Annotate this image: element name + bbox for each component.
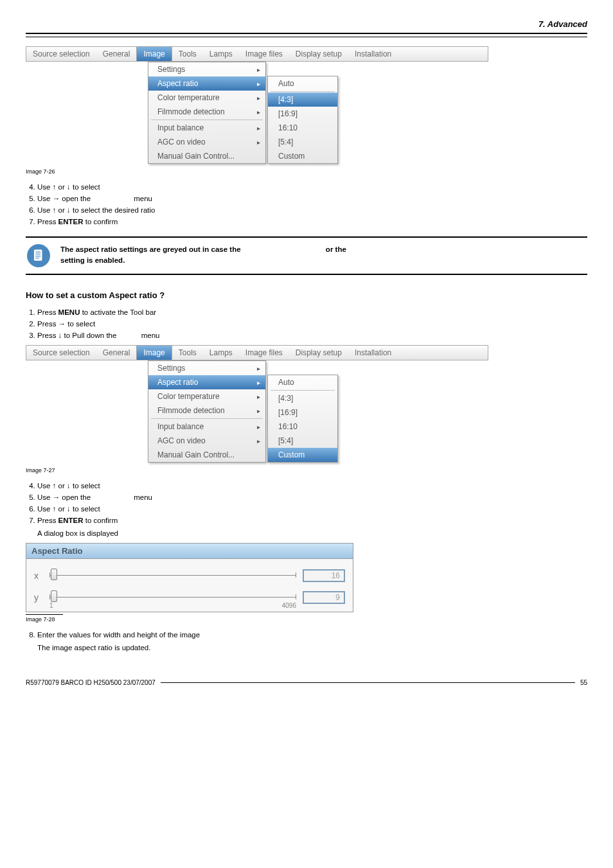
submenu-inputbalance[interactable]: Input balance▸	[148, 121, 265, 135]
submenu-colortemp[interactable]: Color temperature▸	[148, 91, 265, 105]
submenu-agc[interactable]: AGC on video▸	[148, 434, 265, 448]
ratio-4-3[interactable]: [4:3]	[268, 93, 337, 107]
chevron-right-icon: ▸	[257, 393, 260, 400]
ratio-label: [16:9]	[278, 109, 298, 118]
menu-lamps[interactable]: Lamps	[203, 49, 239, 58]
submenu-manualgain[interactable]: Manual Gain Control...	[148, 149, 265, 163]
y-max: 4096	[282, 602, 296, 609]
ratio-custom[interactable]: Custom	[268, 149, 337, 163]
submenu-label: Filmmode detection	[157, 406, 225, 415]
y-label: y	[34, 592, 43, 603]
menu-lamps[interactable]: Lamps	[203, 348, 239, 357]
menu-imagefiles[interactable]: Image files	[239, 49, 289, 58]
menu-display[interactable]: Display setup	[289, 49, 348, 58]
ratio-label: Auto	[278, 378, 294, 387]
menu-bar: Source selection General Image Tools Lam…	[26, 46, 488, 62]
submenu-filmmode[interactable]: Filmmode detection▸	[148, 403, 265, 418]
step-4: Use ↑ or ↓ to select Aspect ratio	[37, 181, 587, 193]
step-6: Use ↑ or ↓ to select the desired ratio	[37, 204, 587, 216]
x-value[interactable]: 16	[303, 569, 345, 582]
step-1: Press MENU to activate the Tool bar	[37, 306, 587, 318]
chevron-right-icon: ▸	[257, 139, 260, 146]
submenu-label: Aspect ratio	[157, 378, 198, 387]
submenu-label: Manual Gain Control...	[157, 450, 235, 459]
ratio-label: 16:10	[278, 422, 298, 431]
menu-source[interactable]: Source selection	[26, 348, 96, 357]
step-7: Press ENTER to confirm A dialog box is d…	[37, 515, 587, 539]
ratio-custom[interactable]: Custom	[268, 448, 337, 462]
svg-rect-4	[35, 258, 39, 258]
instruction-steps: Use ↑ or ↓ to select Aspect ratio Use → …	[28, 181, 587, 227]
ratio-16-9[interactable]: [16:9]	[268, 405, 337, 420]
chevron-right-icon: ▸	[257, 125, 260, 132]
ratio-16-10[interactable]: 16:10	[268, 420, 337, 434]
x-slider[interactable]	[49, 572, 296, 579]
menu-image[interactable]: Image	[136, 47, 172, 61]
menu-display[interactable]: Display setup	[289, 348, 348, 357]
svg-rect-1	[35, 252, 40, 252]
chevron-right-icon: ▸	[257, 423, 260, 430]
image-caption: Image 7-27	[26, 467, 587, 474]
divider	[26, 33, 587, 34]
menu-installation[interactable]: Installation	[348, 348, 398, 357]
ratio-label: Auto	[278, 79, 294, 88]
ratio-auto[interactable]: Auto	[268, 76, 337, 91]
submenu-settings[interactable]: Settings▸	[148, 62, 265, 76]
ratio-auto[interactable]: Auto	[268, 375, 337, 389]
instruction-steps: Use ↑ or ↓ to select Aspect ratio Use → …	[28, 480, 587, 539]
aspect-ratio-dialog: Aspect Ratio x 16 y 1 4096 9	[26, 543, 353, 612]
y-value[interactable]: 9	[303, 591, 345, 604]
x-label: x	[34, 571, 43, 581]
menu-imagefiles[interactable]: Image files	[239, 348, 289, 357]
chevron-right-icon: ▸	[257, 438, 260, 445]
step-3: Press ↓ to Pull down the Image menu	[37, 330, 587, 341]
footer-text: R59770079 BARCO ID H250/500 23/07/2007	[26, 679, 155, 686]
submenu-settings[interactable]: Settings▸	[148, 361, 265, 375]
instruction-steps: Enter the values for width and height of…	[28, 629, 587, 653]
svg-rect-0	[34, 250, 42, 261]
step-result: The image aspect ratio is updated.	[37, 644, 587, 651]
note-text: The aspect ratio settings are greyed out…	[60, 244, 439, 267]
submenu-label: Settings	[157, 364, 185, 373]
svg-rect-3	[35, 256, 40, 256]
chevron-right-icon: ▸	[257, 94, 260, 102]
chevron-right-icon: ▸	[257, 109, 260, 116]
menu-general[interactable]: General	[96, 348, 137, 357]
ratio-16-9[interactable]: [16:9]	[268, 107, 337, 121]
menu-general[interactable]: General	[96, 49, 137, 58]
submenu-label: Settings	[157, 65, 185, 74]
menu-source[interactable]: Source selection	[26, 49, 96, 58]
menu-image[interactable]: Image	[136, 346, 172, 360]
submenu-colortemp[interactable]: Color temperature▸	[148, 389, 265, 403]
menu-tools[interactable]: Tools	[172, 49, 203, 58]
footer-line	[161, 682, 575, 683]
submenu-manualgain[interactable]: Manual Gain Control...	[148, 448, 265, 462]
submenu-agc[interactable]: AGC on video▸	[148, 135, 265, 149]
submenu-label: Manual Gain Control...	[157, 152, 235, 161]
ratio-4-3[interactable]: [4:3]	[268, 391, 337, 405]
chevron-right-icon: ▸	[257, 365, 260, 372]
instruction-steps: Press MENU to activate the Tool bar Pres…	[28, 306, 587, 341]
ratio-16-10[interactable]: 16:10	[268, 121, 337, 135]
aspectratio-submenu: Auto [4:3] [16:9] 16:10 [5:4] Custom	[267, 76, 338, 164]
submenu-inputbalance[interactable]: Input balance▸	[148, 420, 265, 434]
page-footer: R59770079 BARCO ID H250/500 23/07/2007 5…	[26, 679, 587, 686]
submenu-aspectratio[interactable]: Aspect ratio▸	[148, 375, 265, 389]
ratio-5-4[interactable]: [5:4]	[268, 434, 337, 448]
submenu-label: Filmmode detection	[157, 107, 225, 116]
ratio-label: Custom	[278, 152, 305, 161]
aspectratio-submenu: Auto [4:3] [16:9] 16:10 [5:4] Custom	[267, 375, 338, 463]
y-slider[interactable]: 1 4096	[49, 594, 296, 601]
ratio-label: [5:4]	[278, 137, 293, 146]
ratio-5-4[interactable]: [5:4]	[268, 135, 337, 149]
submenu-label: Color temperature	[157, 93, 220, 102]
submenu-separator	[271, 390, 335, 391]
submenu-filmmode[interactable]: Filmmode detection▸	[148, 105, 265, 119]
step-5: Use → open the Aspect ratio menu	[37, 193, 587, 204]
step-6: Use ↑ or ↓ to select custom	[37, 503, 587, 515]
submenu-aspectratio[interactable]: Aspect ratio▸	[148, 76, 265, 91]
menu-tools[interactable]: Tools	[172, 348, 203, 357]
submenu-separator	[151, 120, 263, 120]
chevron-right-icon: ▸	[257, 66, 260, 73]
menu-installation[interactable]: Installation	[348, 49, 398, 58]
